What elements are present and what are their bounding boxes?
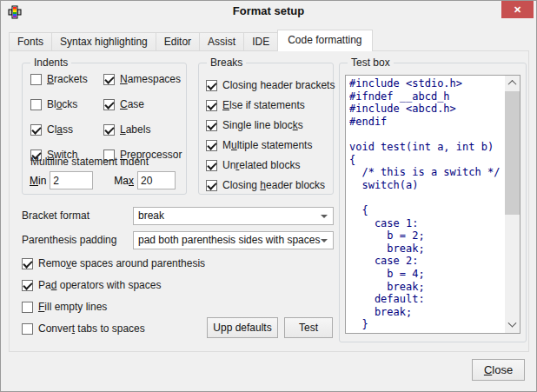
code-line: switch(a): [349, 179, 504, 192]
checkbox-fill-empty-lines[interactable]: Fill empty lines: [22, 300, 205, 314]
code-line: #ifndef __abcd_h: [349, 90, 504, 103]
checked-checkbox-icon: [30, 124, 42, 136]
checked-checkbox-icon: [206, 120, 217, 131]
close-button[interactable]: Close: [472, 359, 525, 381]
titlebar-close-button[interactable]: ✕: [501, 1, 534, 18]
code-line: #include <abcd.h>: [349, 103, 504, 116]
code-line: {: [349, 154, 504, 167]
checkbox-label: Remove spaces around parenthesis: [38, 257, 205, 269]
checkbox-label: Labels: [120, 123, 150, 136]
tab-fonts[interactable]: Fonts: [9, 32, 52, 51]
code-line: b = 2;: [349, 229, 504, 243]
checkbox-label: Fill empty lines: [38, 301, 107, 313]
checkbox-label: Multiple statements: [222, 139, 312, 151]
indents-checkbox-grid: BracketsNamespacesBlocksCaseClassLabelsS…: [30, 72, 182, 162]
checkbox-blocks[interactable]: Blocks: [30, 97, 103, 111]
checkbox-closing-header-brackets[interactable]: Closing header brackets: [206, 78, 335, 92]
checkbox-label: Closing header brackets: [222, 79, 335, 91]
checked-checkbox-icon: [22, 258, 33, 269]
scrollbar-thumb[interactable]: [505, 91, 520, 215]
bracket-format-dropdown[interactable]: break: [133, 207, 334, 225]
code-line: #endif: [349, 116, 504, 129]
testbox-editor[interactable]: #include <stdio.h>#ifndef __abcd_h#inclu…: [345, 75, 520, 334]
code-line: }: [349, 318, 504, 331]
code-line: {: [349, 204, 504, 217]
checkbox-label: Case: [120, 98, 144, 110]
bracket-format-value: break: [138, 209, 164, 222]
checked-checkbox-icon: [206, 100, 217, 111]
tab-editor[interactable]: Editor: [156, 32, 200, 51]
minmax-row: Min Max: [30, 171, 176, 189]
tab-code-formatting[interactable]: Code formatting: [277, 30, 372, 51]
checkbox-pad-operators-with-spaces[interactable]: Pad operators with spaces: [22, 278, 205, 292]
code-line: break;: [349, 243, 504, 256]
checkbox-label: Brackets: [47, 73, 88, 85]
checkbox-unrelated-blocks[interactable]: Unrelated blocks: [206, 158, 335, 172]
checked-checkbox-icon: [206, 140, 217, 151]
checkbox-else-if-statements[interactable]: Else if statements: [206, 98, 335, 112]
checkbox-label: Class: [47, 123, 73, 136]
checked-checkbox-icon: [103, 124, 115, 136]
checkbox-label: Blocks: [47, 98, 77, 110]
checkbox-remove-spaces-around-parenthesis[interactable]: Remove spaces around parenthesis: [22, 256, 205, 270]
min-label: Min: [30, 175, 46, 187]
checkbox-namespaces[interactable]: Namespaces: [103, 72, 182, 86]
indents-group-label: Indents: [30, 56, 71, 69]
checkbox-closing-header-blocks[interactable]: Closing header blocks: [206, 178, 335, 192]
unchecked-checkbox-icon: [22, 302, 33, 313]
scroll-up-button[interactable]: [505, 76, 520, 90]
format-setup-dialog: Format setup ✕ FontsSyntax highlightingE…: [0, 0, 537, 392]
checkbox-class[interactable]: Class: [30, 123, 103, 136]
indents-group: Indents BracketsNamespacesBlocksCaseClas…: [22, 63, 187, 195]
dropdown-arrow-icon: [321, 215, 328, 218]
min-indent-input[interactable]: [50, 171, 93, 189]
chevron-up-icon: [508, 80, 517, 89]
checkbox-label: Single line blocks: [222, 119, 303, 131]
tab-ide[interactable]: IDE: [243, 32, 278, 51]
checkbox-single-line-blocks[interactable]: Single line blocks: [206, 118, 335, 132]
parenthesis-padding-value: pad both parenthesis sides with spaces: [138, 234, 320, 246]
max-indent-input[interactable]: [137, 171, 176, 189]
dialog-title: Format setup: [1, 4, 536, 17]
unchecked-checkbox-icon: [30, 74, 42, 85]
options-checkbox-list: Remove spaces around parenthesisPad oper…: [22, 256, 205, 336]
bracket-format-label: Bracket format: [22, 207, 90, 225]
parenthesis-padding-dropdown[interactable]: pad both parenthesis sides with spaces: [133, 231, 334, 249]
checkbox-label: Closing header blocks: [222, 179, 325, 191]
checked-checkbox-icon: [22, 280, 33, 291]
checked-checkbox-icon: [206, 160, 217, 171]
code-line: /* this is a switch */: [349, 166, 504, 179]
max-label: Max: [114, 175, 134, 187]
checked-checkbox-icon: [206, 80, 217, 91]
multiline-indent-label: Multiline statement indent: [30, 156, 149, 168]
code-line: #include <stdio.h>: [349, 77, 504, 90]
breaks-checkbox-list: Closing header bracketsElse if statement…: [206, 78, 335, 192]
code-line: case 1:: [349, 217, 504, 230]
code-line: [349, 128, 504, 141]
code-line: default:: [349, 293, 504, 306]
checked-checkbox-icon: [103, 74, 115, 85]
checkbox-brackets[interactable]: Brackets: [30, 72, 103, 86]
scroll-down-button[interactable]: [505, 318, 520, 333]
tab-syntax-highlighting[interactable]: Syntax highlighting: [51, 32, 156, 51]
tab-assist[interactable]: Assist: [199, 32, 244, 51]
checkbox-label: Convert tabs to spaces: [38, 322, 145, 335]
upp-defaults-button[interactable]: Upp defaults: [207, 317, 278, 338]
checkbox-labels[interactable]: Labels: [103, 123, 182, 136]
code-line: break;: [349, 306, 504, 319]
breaks-group-label: Breaks: [207, 56, 246, 69]
checkbox-convert-tabs-to-spaces[interactable]: Convert tabs to spaces: [22, 322, 205, 336]
checkbox-case[interactable]: Case: [103, 97, 182, 111]
parenthesis-padding-label: Parenthesis padding: [22, 231, 116, 249]
checkbox-multiple-statements[interactable]: Multiple statements: [206, 138, 335, 152]
tab-strip: FontsSyntax highlightingEditorAssistIDEC…: [9, 30, 372, 51]
checkbox-label: Unrelated blocks: [222, 159, 300, 171]
testbox-scrollbar[interactable]: [505, 76, 520, 333]
dropdown-arrow-icon: [321, 239, 328, 243]
test-button[interactable]: Test: [284, 317, 333, 338]
checked-checkbox-icon: [206, 180, 217, 191]
code-line: b = 4;: [349, 268, 504, 281]
code-line: [349, 191, 504, 204]
close-icon: ✕: [514, 4, 521, 16]
testbox-group: Test box #include <stdio.h>#ifndef __abc…: [339, 63, 527, 342]
